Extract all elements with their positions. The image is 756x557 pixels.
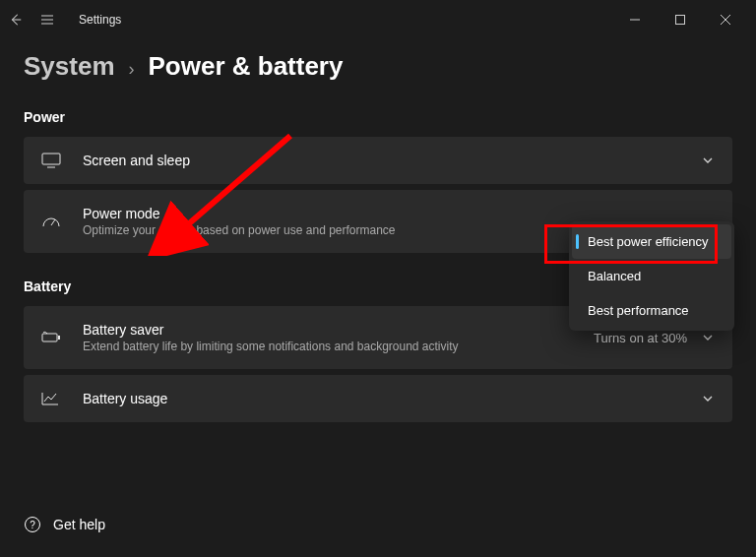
dropdown-option-best-power-efficiency[interactable]: Best power efficiency xyxy=(572,224,731,259)
card-title: Battery saver xyxy=(83,322,594,338)
dropdown-option-best-performance[interactable]: Best performance xyxy=(572,293,731,328)
svg-rect-0 xyxy=(676,16,685,25)
svg-rect-2 xyxy=(42,334,57,341)
chevron-down-icon xyxy=(701,392,715,405)
card-subtitle: Extend battery life by limiting some not… xyxy=(83,340,594,353)
maximize-button[interactable] xyxy=(658,5,703,34)
monitor-icon xyxy=(41,153,69,168)
get-help-label: Get help xyxy=(53,517,105,532)
app-title: Settings xyxy=(79,13,121,27)
minimize-button[interactable] xyxy=(612,5,658,34)
breadcrumb: System › Power & battery xyxy=(0,39,756,99)
battery-saver-icon xyxy=(41,331,69,344)
help-icon: ? xyxy=(24,516,41,533)
card-title: Power mode xyxy=(83,206,547,221)
chevron-right-icon: › xyxy=(129,59,135,80)
get-help-link[interactable]: ? Get help xyxy=(24,516,105,533)
card-title: Battery usage xyxy=(83,391,701,406)
breadcrumb-parent[interactable]: System xyxy=(24,51,115,82)
power-mode-dropdown: Best power efficiency Balanced Best perf… xyxy=(569,221,734,331)
gauge-icon xyxy=(41,215,69,228)
card-subtitle: Optimize your device based on power use … xyxy=(83,223,547,237)
section-label-power: Power xyxy=(24,109,732,125)
page-title: Power & battery xyxy=(149,51,344,82)
menu-icon[interactable] xyxy=(39,12,55,28)
card-title: Screen and sleep xyxy=(83,153,701,168)
option-label: Balanced xyxy=(588,269,641,283)
card-screen-and-sleep[interactable]: Screen and sleep xyxy=(24,137,732,184)
chevron-down-icon xyxy=(701,154,715,167)
card-battery-usage[interactable]: Battery usage xyxy=(24,375,732,422)
chart-line-icon xyxy=(41,392,69,405)
svg-rect-1 xyxy=(42,154,60,164)
svg-text:?: ? xyxy=(30,520,35,530)
titlebar: Settings xyxy=(0,0,756,39)
close-button[interactable] xyxy=(703,5,748,34)
battery-saver-status: Turns on at 30% xyxy=(594,331,687,345)
dropdown-option-balanced[interactable]: Balanced xyxy=(572,259,731,293)
chevron-down-icon xyxy=(701,331,715,344)
svg-rect-3 xyxy=(58,336,60,340)
option-label: Best performance xyxy=(588,303,689,318)
option-label: Best power efficiency xyxy=(588,234,709,249)
back-icon[interactable] xyxy=(8,12,24,28)
